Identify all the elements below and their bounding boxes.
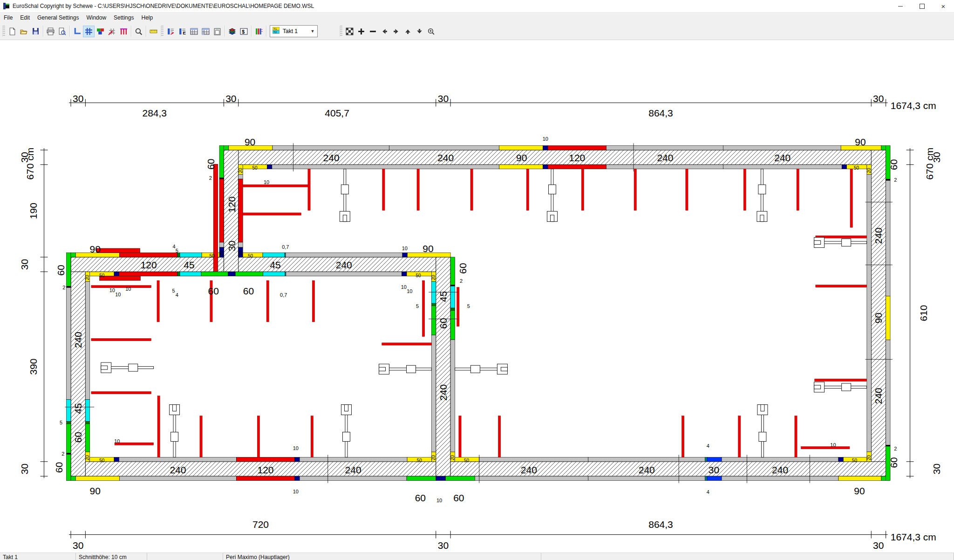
formwork-panel[interactable] — [886, 340, 890, 445]
toolbar-button-print[interactable] — [45, 26, 56, 37]
formwork-panel[interactable] — [475, 476, 588, 480]
formwork-panel[interactable] — [450, 308, 455, 310]
formwork-panel[interactable] — [705, 476, 707, 480]
toolbar-button-layer-stack[interactable] — [226, 26, 238, 37]
formwork-panel[interactable] — [606, 164, 723, 169]
formwork-panel[interactable] — [606, 146, 723, 150]
formwork-panel[interactable] — [67, 287, 71, 399]
formwork-panel[interactable] — [886, 445, 890, 446]
formwork-panel[interactable] — [881, 146, 886, 150]
close-button[interactable]: × — [933, 0, 954, 12]
formwork-panel[interactable] — [722, 457, 838, 461]
toolbar-button-table-view[interactable] — [188, 26, 200, 37]
formwork-panel[interactable] — [238, 179, 243, 242]
formwork-panel[interactable] — [267, 164, 272, 169]
toolbar-button-table-detail[interactable] — [200, 26, 211, 37]
formwork-panel[interactable] — [707, 476, 722, 480]
menu-item-file[interactable]: File — [0, 13, 16, 22]
formwork-panel[interactable] — [479, 457, 588, 461]
formwork-panel[interactable] — [219, 242, 224, 247]
formwork-panel[interactable] — [67, 424, 71, 453]
menu-item-settings[interactable]: Settings — [110, 13, 137, 22]
formwork-panel[interactable] — [723, 146, 841, 150]
formwork-panel[interactable] — [180, 272, 201, 276]
formwork-panel[interactable] — [707, 457, 722, 461]
toolbar-button-corner-mode[interactable] — [71, 26, 83, 37]
formwork-panel[interactable] — [263, 272, 285, 276]
formwork-panel[interactable] — [838, 476, 881, 480]
toolbar-button-print-preview[interactable] — [56, 26, 68, 37]
toolbar-button-pan-down[interactable] — [414, 26, 425, 37]
formwork-panel[interactable] — [201, 272, 228, 276]
formwork-panel[interactable] — [886, 296, 890, 340]
toolbar-button-price-table[interactable]: $ — [238, 26, 250, 37]
toolbar-button-open[interactable] — [18, 26, 30, 37]
formwork-panel[interactable] — [285, 272, 286, 276]
formwork-panel[interactable] — [300, 476, 407, 480]
drawing-area[interactable]: 2402409012024024090909090120454524012030… — [0, 40, 954, 553]
formwork-panel[interactable] — [119, 457, 236, 461]
toolbar-grip[interactable] — [161, 26, 164, 37]
formwork-panel[interactable] — [71, 253, 75, 257]
formwork-panel[interactable] — [286, 253, 402, 257]
formwork-panel[interactable] — [588, 476, 705, 480]
plan-canvas[interactable]: 2402409012024024090909090120454524012030… — [0, 40, 954, 553]
formwork-panel[interactable] — [96, 248, 140, 253]
formwork-panel[interactable] — [407, 476, 436, 480]
toolbar-button-list-export[interactable] — [165, 26, 177, 37]
formwork-panel[interactable] — [286, 272, 402, 276]
formwork-panel[interactable] — [120, 476, 237, 480]
formwork-panel[interactable] — [177, 272, 180, 276]
formwork-panel[interactable] — [285, 253, 286, 257]
formwork-panel[interactable] — [723, 164, 842, 169]
formwork-panel[interactable] — [219, 178, 224, 179]
formwork-panel[interactable] — [450, 310, 455, 340]
toolbar-button-pan-right[interactable] — [390, 26, 402, 37]
menu-item-edit[interactable]: Edit — [16, 13, 34, 22]
formwork-panel[interactable] — [67, 453, 71, 455]
toolbar-button-new[interactable] — [7, 26, 18, 37]
toolbar-button-list-info[interactable]: E — [177, 26, 188, 37]
formwork-panel[interactable] — [705, 457, 707, 461]
formwork-panel[interactable] — [450, 257, 455, 285]
menu-item-window[interactable]: Window — [82, 13, 110, 22]
formwork-panel[interactable] — [100, 276, 141, 280]
minimize-button[interactable] — [890, 0, 911, 12]
formwork-panel[interactable] — [263, 253, 285, 257]
toolbar-grip[interactable] — [340, 26, 342, 37]
menu-item-general-settings[interactable]: General Settings — [34, 13, 82, 22]
formwork-panel[interactable] — [431, 303, 436, 306]
formwork-panel[interactable] — [881, 476, 886, 480]
formwork-panel[interactable] — [548, 146, 606, 150]
formwork-panel[interactable] — [236, 457, 294, 461]
formwork-panel[interactable] — [543, 146, 548, 150]
formwork-panel[interactable] — [120, 253, 177, 257]
toolbar-button-zoom-window[interactable] — [133, 26, 144, 37]
toolbar-button-zoom-in-tool[interactable] — [425, 26, 437, 37]
formwork-panel[interactable] — [67, 454, 71, 480]
formwork-panel[interactable] — [236, 476, 294, 480]
toolbar-button-posts-mode[interactable] — [118, 26, 129, 37]
formwork-panel[interactable] — [431, 306, 436, 335]
formwork-panel[interactable] — [436, 476, 446, 480]
formwork-panel[interactable] — [402, 272, 407, 276]
formwork-panel[interactable] — [450, 286, 455, 308]
toolbar-grip[interactable] — [2, 26, 5, 37]
formwork-panel[interactable] — [838, 457, 843, 461]
formwork-panel[interactable] — [75, 476, 119, 480]
menu-item-help[interactable]: Help — [137, 13, 157, 22]
formwork-panel[interactable] — [114, 272, 119, 276]
formwork-panel[interactable] — [295, 457, 300, 461]
chevron-down-icon[interactable]: ▼ — [309, 27, 316, 35]
formwork-panel[interactable] — [85, 424, 89, 452]
formwork-panel[interactable] — [867, 174, 871, 452]
formwork-panel[interactable] — [842, 164, 846, 169]
toolbar-button-blocks-mode[interactable] — [95, 26, 106, 37]
formwork-panel[interactable] — [886, 180, 890, 296]
formwork-panel[interactable] — [450, 340, 455, 452]
toolbar-button-zoom-fit[interactable] — [344, 26, 355, 37]
formwork-panel[interactable] — [499, 146, 543, 150]
formwork-panel[interactable] — [85, 422, 89, 424]
formwork-panel[interactable] — [722, 476, 838, 480]
formwork-panel[interactable] — [67, 287, 71, 288]
